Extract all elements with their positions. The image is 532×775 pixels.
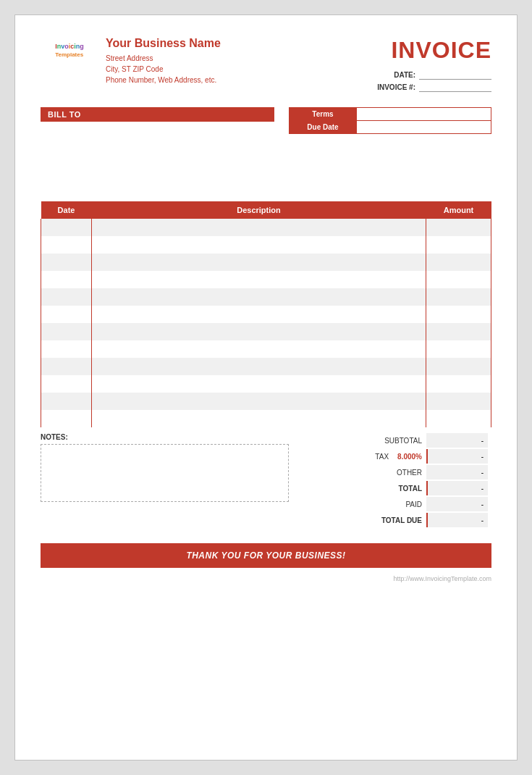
total-due-row: TOTAL DUE -	[303, 513, 491, 527]
due-date-value[interactable]	[357, 121, 491, 134]
cell-date[interactable]	[41, 288, 92, 306]
cell-amount[interactable]	[426, 236, 491, 254]
total-label: TOTAL	[399, 485, 426, 493]
due-date-row: Due Date	[290, 121, 491, 134]
subtotal-value: -	[426, 433, 488, 448]
tax-rate: 8.000%	[397, 453, 426, 461]
cell-description[interactable]	[92, 340, 426, 358]
cell-description[interactable]	[92, 358, 426, 375]
cell-date[interactable]	[41, 358, 92, 375]
cell-amount[interactable]	[426, 306, 491, 323]
total-due-value: -	[426, 513, 488, 527]
paid-label: PAID	[405, 500, 426, 508]
footer: http://www.InvoicingTemplate.com	[41, 575, 491, 582]
business-name: Your Business Name	[106, 37, 221, 50]
totals-table: SUBTOTAL - TAX 8.000% - OTHER - TOTAL	[303, 433, 491, 529]
notes-label: NOTES:	[41, 433, 289, 441]
cell-amount[interactable]	[426, 271, 491, 288]
cell-date[interactable]	[41, 254, 92, 271]
total-value: -	[426, 481, 488, 495]
header-top: Invoicing Templates Your Business Name S…	[41, 37, 491, 94]
cell-amount[interactable]	[426, 340, 491, 358]
table-row[interactable]	[41, 219, 491, 236]
table-header-row: Date Description Amount	[41, 201, 491, 219]
tax-row: TAX 8.000% -	[303, 449, 491, 464]
cell-date[interactable]	[41, 393, 92, 410]
cell-date[interactable]	[41, 271, 92, 288]
table-row[interactable]	[41, 254, 491, 271]
table-row[interactable]	[41, 358, 491, 375]
address-line1: Street Address	[106, 54, 153, 62]
cell-description[interactable]	[92, 323, 426, 340]
table-row[interactable]	[41, 375, 491, 393]
bill-to-label: BILL TO	[41, 107, 274, 122]
cell-amount[interactable]	[426, 393, 491, 410]
cell-description[interactable]	[92, 410, 426, 427]
table-row[interactable]	[41, 288, 491, 306]
table-row[interactable]	[41, 340, 491, 358]
cell-description[interactable]	[92, 236, 426, 254]
table-row[interactable]	[41, 236, 491, 254]
cell-amount[interactable]	[426, 375, 491, 393]
bill-to-address[interactable]	[41, 122, 274, 187]
logo-text: Invoicing Templates	[55, 43, 84, 59]
col-description-header: Description	[92, 201, 426, 219]
invoice-num-value[interactable]	[419, 82, 491, 92]
cell-date[interactable]	[41, 375, 92, 393]
other-label: OTHER	[397, 469, 426, 477]
date-value[interactable]	[419, 70, 491, 80]
cell-date[interactable]	[41, 236, 92, 254]
date-label: DATE:	[358, 71, 415, 79]
tax-value: -	[426, 449, 488, 464]
table-row[interactable]	[41, 323, 491, 340]
cell-amount[interactable]	[426, 358, 491, 375]
cell-date[interactable]	[41, 410, 92, 427]
cell-date[interactable]	[41, 306, 92, 323]
terms-table: Terms Due Date	[289, 107, 491, 134]
col-amount-header: Amount	[426, 201, 491, 219]
table-row[interactable]	[41, 271, 491, 288]
cell-description[interactable]	[92, 306, 426, 323]
header-left: Invoicing Templates Your Business Name S…	[41, 37, 358, 85]
items-table: Date Description Amount	[41, 201, 491, 427]
terms-row: Terms	[290, 108, 491, 121]
cell-amount[interactable]	[426, 219, 491, 236]
invoice-num-label: INVOICE #:	[358, 83, 415, 91]
cell-description[interactable]	[92, 375, 426, 393]
cell-description[interactable]	[92, 271, 426, 288]
cell-date[interactable]	[41, 340, 92, 358]
business-address: Street Address City, ST ZIP Code Phone N…	[106, 53, 221, 85]
cell-description[interactable]	[92, 254, 426, 271]
table-row[interactable]	[41, 306, 491, 323]
notes-box[interactable]	[41, 444, 289, 502]
notes-section: NOTES:	[41, 433, 289, 502]
cell-amount[interactable]	[426, 288, 491, 306]
due-date-label: Due Date	[290, 121, 357, 134]
total-row: TOTAL -	[303, 481, 491, 495]
cell-description[interactable]	[92, 219, 426, 236]
table-row[interactable]	[41, 393, 491, 410]
subtotal-row: SUBTOTAL -	[303, 433, 491, 448]
cell-date[interactable]	[41, 219, 92, 236]
cell-amount[interactable]	[426, 410, 491, 427]
invoice-title: INVOICE	[358, 37, 491, 64]
paid-row: PAID -	[303, 497, 491, 511]
cell-amount[interactable]	[426, 323, 491, 340]
terms-value[interactable]	[357, 108, 491, 121]
bill-section: BILL TO Terms Due Date	[41, 107, 491, 187]
terms-section: Terms Due Date	[289, 107, 491, 187]
thank-you-banner: THANK YOU FOR YOUR BUSINESS!	[41, 543, 491, 568]
website-link[interactable]: http://www.InvoicingTemplate.com	[393, 575, 491, 582]
total-due-label: TOTAL DUE	[381, 516, 426, 524]
address-line2: City, ST ZIP Code	[106, 65, 163, 73]
terms-label: Terms	[290, 108, 357, 121]
cell-description[interactable]	[92, 288, 426, 306]
subtotal-label: SUBTOTAL	[384, 437, 426, 445]
header-right: INVOICE DATE: INVOICE #:	[358, 37, 491, 94]
business-info: Your Business Name Street Address City, …	[106, 37, 221, 85]
cell-description[interactable]	[92, 393, 426, 410]
cell-amount[interactable]	[426, 254, 491, 271]
table-row[interactable]	[41, 410, 491, 427]
cell-date[interactable]	[41, 323, 92, 340]
col-date-header: Date	[41, 201, 92, 219]
